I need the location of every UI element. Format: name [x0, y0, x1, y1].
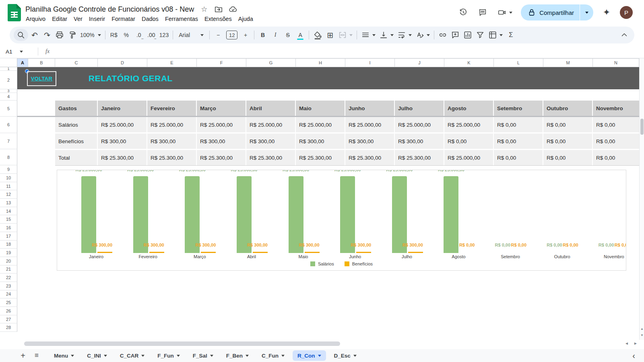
scroll-left-icon[interactable]: ◄ [625, 341, 629, 346]
table-tools-button[interactable] [487, 29, 504, 41]
row-header-25[interactable]: 25 [0, 298, 17, 307]
row-header-11[interactable]: 11 [0, 182, 17, 191]
value-cell[interactable]: R$ 25.000,00 [98, 117, 147, 132]
column-header-C[interactable]: C [55, 58, 98, 67]
salarios-bar[interactable] [133, 176, 148, 253]
value-cell[interactable]: R$ 0,00 [593, 134, 639, 149]
row-header-4[interactable]: 4 [0, 93, 17, 101]
menu-extensões[interactable]: Extensões [201, 14, 235, 23]
decrease-decimals-button[interactable]: .0← [133, 29, 145, 41]
grid-corner[interactable] [0, 58, 17, 67]
search-menus-button[interactable] [14, 29, 28, 41]
format-percent-button[interactable]: % [120, 29, 132, 41]
row-header-24[interactable]: 24 [0, 290, 17, 299]
column-header-K[interactable]: K [444, 58, 494, 67]
fill-color-button[interactable] [312, 29, 324, 41]
value-cell[interactable]: R$ 25.300,00 [395, 150, 444, 165]
share-dropdown[interactable] [580, 4, 593, 21]
column-header-N[interactable]: N [593, 58, 639, 67]
row-header-28[interactable]: 28 [0, 323, 17, 332]
value-cell[interactable]: R$ 25.000,00 [444, 117, 494, 132]
share-button[interactable]: Compartilhar [521, 4, 580, 21]
sheet-tab-r_con[interactable]: R_Con [293, 350, 326, 361]
value-cell[interactable]: R$ 25.000,00 [296, 117, 345, 132]
value-cell[interactable]: R$ 0,00 [444, 134, 494, 149]
value-cell[interactable]: R$ 300,00 [98, 134, 147, 149]
value-cell[interactable]: R$ 25.000,00 [345, 117, 395, 132]
sheet-tab-c_fun[interactable]: C_Fun [257, 350, 289, 361]
row-header-2[interactable]: 2 [0, 71, 17, 89]
hide-toolbar-button[interactable] [618, 29, 630, 41]
row-header-22[interactable]: 22 [0, 274, 17, 282]
row-header-23[interactable]: 23 [0, 282, 17, 290]
table-header-cell[interactable]: Junho [345, 101, 395, 116]
salarios-bar[interactable] [340, 176, 355, 253]
value-cell[interactable]: R$ 25.000,00 [246, 117, 296, 132]
sheet-tab-f_ben[interactable]: F_Ben [221, 350, 254, 361]
value-cell[interactable]: R$ 0,00 [543, 150, 593, 165]
value-cell[interactable]: R$ 25.300,00 [147, 150, 197, 165]
column-header-I[interactable]: I [345, 58, 395, 67]
vertical-scrollbar[interactable]: ▲ ▼ [639, 58, 644, 340]
row-header-7[interactable]: 7 [0, 133, 17, 149]
document-title[interactable]: Planilha Google Controle de Funcionários… [25, 5, 194, 14]
table-header-cell[interactable]: Fevereiro [147, 101, 197, 116]
spreadsheet-grid[interactable]: VOLTAR RELATÓRIO GERAL GastosJaneiroFeve… [0, 58, 639, 340]
column-header-H[interactable]: H [296, 58, 345, 67]
table-header-cell[interactable]: Agosto [444, 101, 494, 116]
value-cell[interactable]: R$ 0,00 [494, 117, 543, 132]
row-label-cell[interactable]: Salários [55, 117, 98, 132]
row-label-cell[interactable]: Total [55, 150, 98, 165]
version-history-icon[interactable] [455, 4, 472, 21]
move-folder-icon[interactable] [214, 5, 223, 14]
value-cell[interactable]: R$ 300,00 [345, 134, 395, 149]
menu-editar[interactable]: Editar [49, 14, 70, 23]
functions-button[interactable]: Σ [505, 29, 517, 41]
row-header-10[interactable]: 10 [0, 174, 17, 182]
value-cell[interactable]: R$ 300,00 [296, 134, 345, 149]
salarios-bar[interactable] [392, 176, 407, 253]
salarios-bar[interactable] [237, 176, 252, 253]
menu-inserir[interactable]: Inserir [86, 14, 108, 23]
menu-arquivo[interactable]: Arquivo [23, 14, 49, 23]
name-box[interactable]: A1 [0, 49, 35, 55]
create-filter-button[interactable] [474, 29, 486, 41]
column-header-F[interactable]: F [197, 58, 246, 67]
comments-icon[interactable] [474, 4, 491, 21]
table-header-cell[interactable]: Janeiro [98, 101, 147, 116]
row-header-17[interactable]: 17 [0, 232, 17, 241]
table-header-cell[interactable]: Maio [296, 101, 345, 116]
value-cell[interactable]: R$ 300,00 [246, 134, 296, 149]
menu-ver[interactable]: Ver [70, 14, 86, 23]
sheet-tab-c_car[interactable]: C_CAR [115, 350, 150, 361]
value-cell[interactable]: R$ 25.000,00 [147, 117, 197, 132]
value-cell[interactable]: R$ 300,00 [147, 134, 197, 149]
collapse-panel-icon[interactable]: ‹ [632, 351, 635, 360]
format-currency-button[interactable]: R$ [108, 29, 120, 41]
column-header-D[interactable]: D [98, 58, 147, 67]
row-header-9[interactable]: 9 [0, 165, 17, 174]
sheet-tab-f_fun[interactable]: F_Fun [153, 350, 185, 361]
value-cell[interactable]: R$ 300,00 [395, 134, 444, 149]
row-header-1[interactable]: 1 [0, 67, 17, 71]
row-header-14[interactable]: 14 [0, 207, 17, 216]
salarios-bar[interactable] [444, 176, 458, 253]
scroll-right-icon[interactable]: ► [634, 341, 638, 346]
horizontal-scrollbar[interactable]: ◄ ► [0, 340, 644, 349]
value-cell[interactable]: R$ 25.300,00 [296, 150, 345, 165]
row-header-26[interactable]: 26 [0, 307, 17, 315]
menu-ajuda[interactable]: Ajuda [235, 14, 256, 23]
frozen-rows-divider[interactable] [0, 116, 639, 117]
horizontal-align-button[interactable] [359, 29, 377, 41]
horizontal-scroll-thumb[interactable] [24, 341, 340, 346]
table-header-cell[interactable]: Julho [395, 101, 444, 116]
sheet-tab-d_esc[interactable]: D_Esc [329, 350, 361, 361]
column-header-L[interactable]: L [494, 58, 543, 67]
undo-button[interactable]: ↶ [29, 29, 41, 41]
vertical-scroll-thumb[interactable] [640, 119, 644, 135]
menu-ferramentas[interactable]: Ferramentas [162, 14, 201, 23]
value-cell[interactable]: R$ 25.300,00 [197, 150, 246, 165]
row-header-20[interactable]: 20 [0, 257, 17, 265]
column-header-B[interactable]: B [28, 58, 55, 67]
vertical-align-button[interactable] [378, 29, 395, 41]
